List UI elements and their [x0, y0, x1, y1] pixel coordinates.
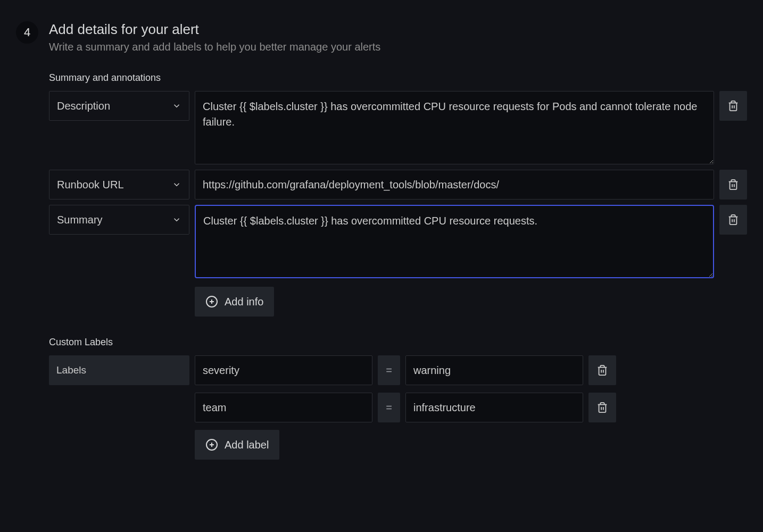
label-key-input[interactable]	[195, 393, 372, 422]
annotation-key-select-description[interactable]: Description	[49, 91, 189, 121]
equals-separator: =	[378, 355, 400, 385]
equals-separator: =	[378, 393, 400, 422]
add-label-button[interactable]: Add label	[195, 430, 279, 460]
step-number-badge: 4	[16, 21, 38, 44]
add-label-label: Add label	[225, 439, 269, 451]
labels-row-header: Labels	[49, 355, 189, 385]
trash-icon	[727, 179, 739, 190]
annotation-value-runbook-url[interactable]	[195, 170, 714, 200]
label-key-input[interactable]	[195, 355, 372, 385]
plus-circle-icon	[205, 295, 218, 308]
trash-icon	[727, 100, 739, 112]
label-pair: =	[195, 355, 747, 385]
delete-annotation-button[interactable]	[719, 205, 747, 235]
step-subtitle: Write a summary and add labels to help y…	[49, 41, 747, 53]
select-label: Summary	[57, 214, 103, 226]
chevron-down-icon	[172, 101, 181, 111]
select-label: Runbook URL	[57, 179, 124, 191]
label-value-input[interactable]	[405, 393, 583, 422]
trash-icon	[727, 214, 739, 226]
annotation-row: Runbook URL	[49, 170, 747, 200]
add-annotation-button[interactable]: Add info	[195, 287, 274, 317]
annotation-value-description[interactable]	[195, 91, 714, 164]
chevron-down-icon	[172, 180, 181, 189]
labels-section-header: Custom Labels	[49, 337, 747, 348]
delete-label-button[interactable]	[588, 355, 616, 385]
delete-annotation-button[interactable]	[719, 91, 747, 121]
label-pair: =	[195, 393, 747, 422]
label-value-input[interactable]	[405, 355, 583, 385]
add-annotation-label: Add info	[225, 296, 263, 308]
delete-annotation-button[interactable]	[719, 170, 747, 200]
annotation-key-select-runbook[interactable]: Runbook URL	[49, 170, 189, 200]
chevron-down-icon	[172, 215, 181, 225]
plus-circle-icon	[205, 438, 218, 451]
step-title: Add details for your alert	[49, 21, 747, 38]
trash-icon	[596, 364, 608, 376]
annotation-row: Summary	[49, 205, 747, 278]
annotation-key-select-summary[interactable]: Summary	[49, 205, 189, 235]
select-label: Description	[57, 100, 110, 112]
trash-icon	[596, 402, 608, 413]
delete-label-button[interactable]	[588, 393, 616, 422]
annotations-section-header: Summary and annotations	[49, 72, 747, 84]
annotation-row: Description	[49, 91, 747, 164]
annotation-value-summary[interactable]	[195, 205, 714, 278]
